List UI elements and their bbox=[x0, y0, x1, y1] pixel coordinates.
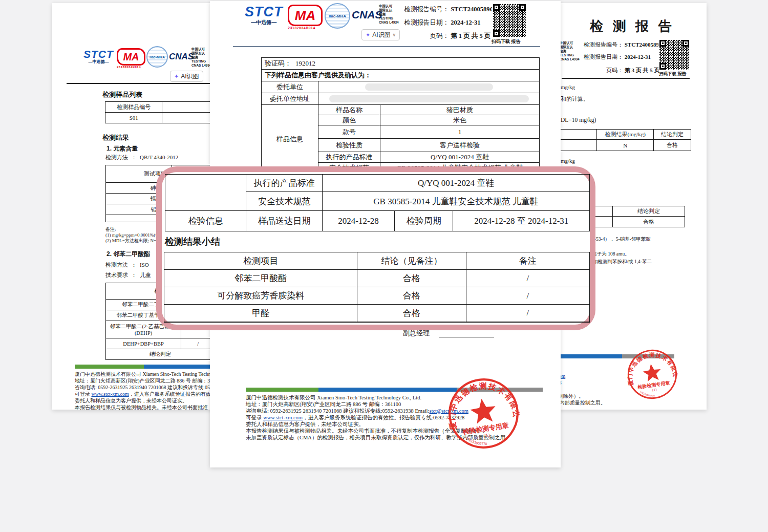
verify-code-cell: 验证码：192012 bbox=[262, 58, 540, 70]
method-line: 检测方法：QB/T 4340-2012 bbox=[105, 154, 178, 161]
page-number-row: 页码： 第 1 页 共 5 页 bbox=[402, 32, 490, 40]
cnas-logo: CNAS bbox=[352, 9, 382, 20]
table-header-cell: 检测样品编号 bbox=[105, 102, 162, 113]
header-divider bbox=[562, 78, 690, 79]
company-footer: 厦门中迅德检测技术有限公司 Xiamen Sino-Tech Testing T… bbox=[75, 371, 215, 410]
cma-logo: MA 23132034B014 bbox=[288, 5, 323, 30]
summary-title: 检测结果小结 bbox=[165, 236, 220, 248]
header-divider bbox=[67, 83, 215, 84]
svg-text:（1）: （1） bbox=[650, 387, 659, 392]
stct-logo: STCT —中迅德— bbox=[245, 5, 283, 26]
notes-block: 备注: (1) mg/kg=ppm=0.0001%(w (2) MDL=方法检出… bbox=[105, 227, 159, 244]
ilac-mra-logo: ilac-MRA bbox=[146, 46, 168, 68]
cma-logo: MA 23132034B014 bbox=[117, 48, 145, 69]
star-icon bbox=[469, 397, 498, 424]
redacted-cell bbox=[318, 81, 540, 93]
text-fragment: mg/kg bbox=[561, 158, 575, 164]
table-cell: DEHP+DBP+BBP bbox=[106, 338, 181, 349]
company-seal: 厦门中迅德检测技术有限公司 检验检测专用章 （1） 102131002770 bbox=[623, 345, 681, 403]
table-header-cell: 检测项目 bbox=[164, 252, 357, 270]
qr-code bbox=[493, 4, 526, 37]
ai-recognize-button[interactable]: ✦ AI识图 ∨ bbox=[361, 29, 400, 40]
inspection-info-table: 执行的产品标准 Q/YQ 001-2024 童鞋 安全技术规范 GB 30585… bbox=[165, 174, 590, 231]
chevron-down-icon: ∨ bbox=[393, 32, 396, 37]
ai-recognize-button[interactable]: ✦ AI识图 bbox=[170, 71, 203, 82]
text-fragment: mg/kg bbox=[561, 84, 575, 90]
sample-info-table: 验证码：192012 下列样品信息由客户提供及确认为： 委托单位 委托单位地址 … bbox=[261, 57, 540, 174]
qr-caption: 扫码下载 报告 bbox=[659, 71, 686, 77]
notice-cell: 下列样品信息由客户提供及确认为： bbox=[262, 70, 540, 81]
ilac-mra-logo: ilac-MRA bbox=[325, 3, 350, 29]
signature-line bbox=[439, 337, 494, 337]
requirement-line: 技术要求：儿童 bbox=[105, 271, 151, 279]
report-no-row: 检测报告编号： STCT2400589Q bbox=[402, 5, 495, 14]
sparkle-icon: ✦ bbox=[174, 73, 179, 80]
cnas-logo: CNAS bbox=[169, 52, 194, 61]
redaction-blur bbox=[329, 95, 529, 102]
sample-number-table: 检测样品编号 S01 bbox=[105, 101, 215, 123]
group-cell bbox=[165, 175, 246, 211]
table-header-cell: 结论（见备注） bbox=[357, 252, 466, 270]
table-cell: S01 bbox=[105, 113, 162, 123]
sparkle-icon: ✦ bbox=[366, 32, 370, 38]
table-row: 邻苯二甲酸酯 合格 / bbox=[164, 270, 590, 287]
section2-title: 2. 邻苯二甲酸酯 bbox=[106, 250, 150, 259]
report-title: 检 测 报 告 bbox=[576, 17, 689, 35]
cnas-accreditation-text: 中国认可 国际互认 检测 TESTING CNAS L4934 bbox=[191, 47, 211, 68]
verdict-table-fragment: 结论判定 合格 bbox=[585, 206, 685, 227]
redaction-blur bbox=[365, 83, 493, 91]
table-cell: 结论判定 bbox=[106, 349, 215, 360]
table-row: 可分解致癌芳香胺染料 合格 / bbox=[164, 287, 590, 305]
stct-logo: STCT —中迅德— bbox=[83, 49, 114, 65]
qr-caption: 扫码下载 报告 bbox=[492, 38, 521, 45]
page-number-row: 页码： 第 3 页 共 5 页 bbox=[582, 67, 660, 74]
qr-code bbox=[659, 40, 689, 70]
group-label-cell: 样品信息 bbox=[262, 105, 318, 174]
table-row: 甲醛 合格 / bbox=[164, 305, 590, 322]
results-title: 检测结果 bbox=[102, 133, 129, 142]
highlight-callout: 执行的产品标准 Q/YQ 001-2024 童鞋 安全技术规范 GB 30585… bbox=[156, 166, 595, 330]
redacted-cell bbox=[318, 93, 540, 105]
screenshot-stage: STCT —中迅德— MA 23132034B014 ilac-MRA CNAS… bbox=[0, 0, 768, 532]
method-line: 检测方法：ISO bbox=[105, 261, 149, 269]
summary-table: 检测项目 结论（见备注） 备注 邻苯二甲酸酯 合格 / 可分解致癌芳香胺染料 合… bbox=[164, 252, 590, 323]
website-link[interactable]: www.stct-xm.com bbox=[263, 415, 303, 420]
label-cell: 委托单位 bbox=[262, 81, 318, 93]
website-link[interactable]: www.stct-xm.com bbox=[92, 391, 129, 397]
svg-text:（1）: （1） bbox=[480, 432, 493, 439]
text-fragment: 和的计算。 bbox=[561, 95, 589, 103]
section1-title: 1. 元素含量 bbox=[106, 144, 138, 153]
header-divider bbox=[233, 46, 540, 47]
table-header-cell: 备注 bbox=[466, 252, 589, 270]
cnas-accreditation-text: 中国认可 国际互认 检测 TESTING CNAS L4934 bbox=[379, 4, 399, 25]
star-icon bbox=[642, 363, 662, 382]
company-seal: 厦门中迅德检测技术有限公司 检验检测专用章 （1） 102131002770 bbox=[442, 372, 526, 456]
report-date-row: 检测报告日期： 2024-12-31 bbox=[582, 53, 651, 61]
result-table: g/kg) 检测结果(mg/kg) 结论判定 N 合格 bbox=[556, 129, 691, 151]
footer-color-bar bbox=[75, 365, 215, 369]
sample-list-title: 检测样品列表 bbox=[102, 90, 142, 99]
report-date-row: 检测报告日期： 2024-12-31 bbox=[402, 18, 480, 27]
report-no-row: 检测报告编号： STCT2400589Q bbox=[582, 41, 664, 49]
text-fragment: DL=10 mg/kg) bbox=[561, 117, 596, 123]
cnas-accreditation-text: 中国认可 国际互认 检测 TESTING CNAS L4934 bbox=[560, 41, 580, 61]
label-cell: 委托单位地址 bbox=[262, 93, 318, 105]
